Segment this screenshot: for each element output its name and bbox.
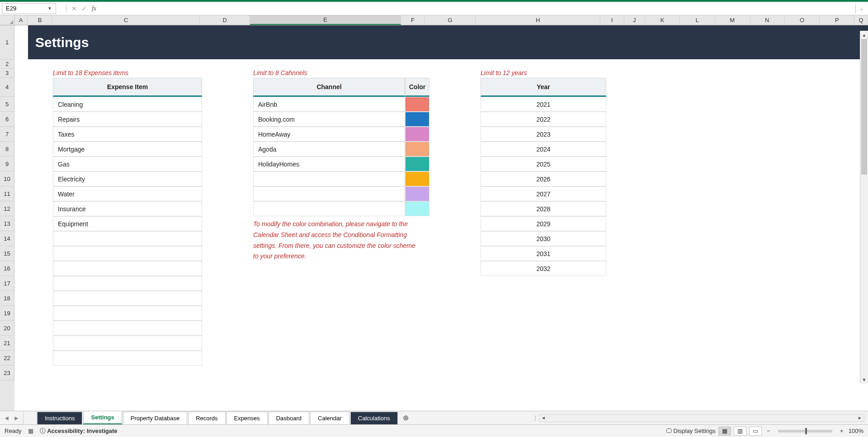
add-sheet-button[interactable]: ⊕ — [399, 411, 413, 424]
accessibility-status[interactable]: ⓘ Accessibility: Investigate — [40, 427, 118, 435]
sheet-tab-property-database[interactable]: Property Database — [123, 412, 187, 424]
row-header[interactable]: 23 — [0, 366, 14, 380]
vertical-scrollbar[interactable]: ▲ ▼ — [860, 31, 868, 384]
row-header[interactable]: 18 — [0, 291, 14, 306]
year-cell[interactable]: 2029 — [481, 216, 606, 231]
row-header[interactable]: 8 — [0, 142, 14, 157]
page-layout-view-button[interactable]: ▥ — [734, 427, 746, 436]
expense-cell[interactable] — [53, 261, 202, 276]
scroll-up-icon[interactable]: ▲ — [860, 31, 868, 39]
channel-cell[interactable]: AirBnb — [253, 97, 405, 112]
zoom-out-button[interactable]: − — [764, 428, 773, 434]
color-swatch[interactable] — [405, 171, 429, 186]
horizontal-scrollbar[interactable]: ◄ ► — [539, 414, 864, 422]
row-header[interactable]: 20 — [0, 321, 14, 336]
column-header[interactable]: N — [750, 15, 785, 25]
year-cell[interactable]: 2027 — [481, 186, 606, 201]
row-header[interactable]: 4 — [0, 78, 14, 97]
year-cell[interactable]: 2032 — [481, 261, 606, 276]
year-cell[interactable]: 2025 — [481, 157, 606, 171]
scroll-down-icon[interactable]: ▼ — [860, 375, 868, 384]
expense-cell[interactable] — [53, 276, 202, 291]
year-cell[interactable]: 2026 — [481, 171, 606, 186]
expense-cell[interactable] — [53, 351, 202, 366]
column-header[interactable]: C — [52, 15, 200, 25]
column-header[interactable]: M — [715, 15, 750, 25]
color-swatch[interactable] — [405, 201, 429, 216]
row-header[interactable]: 16 — [0, 261, 14, 276]
row-header[interactable]: 11 — [0, 186, 14, 201]
sheet-tab-calculations[interactable]: Calculations — [350, 412, 398, 424]
row-header[interactable]: 22 — [0, 351, 14, 366]
sheet-tab-settings[interactable]: Settings — [83, 411, 122, 424]
row-header[interactable]: 14 — [0, 231, 14, 246]
column-header[interactable]: D — [200, 15, 250, 25]
row-header[interactable]: 7 — [0, 127, 14, 142]
sheet-tab-calendar[interactable]: Calendar — [310, 412, 349, 424]
year-cell[interactable]: 2021 — [481, 97, 606, 112]
sheet-tab-dasboard[interactable]: Dasboard — [269, 412, 309, 424]
sheet-nav-arrows[interactable]: ◄ ► — [0, 411, 24, 424]
expense-cell[interactable]: Taxes — [53, 127, 202, 142]
row-header[interactable]: 21 — [0, 336, 14, 351]
sheet-tab-instructions[interactable]: Instructions — [37, 412, 82, 424]
page-break-view-button[interactable]: ▭ — [749, 427, 762, 436]
expense-cell[interactable]: Water — [53, 186, 202, 201]
chevron-down-icon[interactable]: ▼ — [47, 6, 52, 11]
expense-cell[interactable] — [53, 321, 202, 336]
expense-cell[interactable] — [53, 336, 202, 351]
column-header[interactable]: Q — [854, 15, 868, 25]
row-header[interactable]: 13 — [0, 216, 14, 231]
prev-sheet-icon[interactable]: ◄ — [4, 414, 10, 422]
row-header[interactable]: 5 — [0, 97, 14, 112]
row-header[interactable]: 6 — [0, 112, 14, 127]
cell-area[interactable]: Settings Limit to 18 Expenses items Limi… — [14, 25, 868, 411]
year-cell[interactable]: 2022 — [481, 112, 606, 127]
sheet-tab-expenses[interactable]: Expenses — [226, 412, 268, 424]
channel-cell[interactable]: Booking.com — [253, 112, 405, 127]
year-cell[interactable]: 2028 — [481, 201, 606, 216]
expense-cell[interactable] — [53, 291, 202, 306]
cancel-formula-icon[interactable]: ✕ — [69, 4, 79, 14]
confirm-formula-icon[interactable]: ✓ — [79, 4, 89, 14]
expense-cell[interactable] — [53, 231, 202, 246]
row-header[interactable]: 10 — [0, 171, 14, 186]
channel-cell[interactable]: HolidayHomes — [253, 157, 405, 171]
column-header[interactable]: J — [624, 15, 646, 25]
expense-cell[interactable] — [53, 246, 202, 261]
expense-cell[interactable]: Equipment — [53, 216, 202, 231]
row-header[interactable]: 1 — [0, 25, 14, 60]
row-header[interactable]: 19 — [0, 306, 14, 321]
color-swatch[interactable] — [405, 157, 429, 171]
zoom-slider[interactable] — [778, 430, 832, 432]
scroll-thumb[interactable] — [861, 39, 867, 175]
expense-cell[interactable]: Insurance — [53, 201, 202, 216]
name-box[interactable]: E29 ▼ — [2, 3, 56, 14]
year-cell[interactable]: 2030 — [481, 231, 606, 246]
scroll-right-icon[interactable]: ► — [856, 415, 864, 420]
normal-view-button[interactable]: ▦ — [718, 427, 731, 436]
row-header[interactable]: 17 — [0, 276, 14, 291]
color-swatch[interactable] — [405, 97, 429, 112]
column-header[interactable]: P — [820, 15, 854, 25]
column-header[interactable]: F — [401, 15, 425, 25]
zoom-value[interactable]: 100% — [849, 428, 863, 434]
select-all-button[interactable] — [0, 15, 14, 25]
year-cell[interactable]: 2024 — [481, 142, 606, 157]
expense-cell[interactable]: Cleaning — [53, 97, 202, 112]
column-header[interactable]: L — [680, 15, 715, 25]
display-settings-button[interactable]: 🖵 Display Settings — [666, 428, 716, 434]
sheet-tab-records[interactable]: Records — [188, 412, 225, 424]
row-header[interactable]: 15 — [0, 246, 14, 261]
channel-cell[interactable] — [253, 201, 405, 216]
row-header[interactable]: 3 — [0, 69, 14, 78]
year-cell[interactable]: 2023 — [481, 127, 606, 142]
formula-input[interactable] — [99, 4, 855, 14]
color-swatch[interactable] — [405, 142, 429, 157]
expense-cell[interactable]: Electricity — [53, 171, 202, 186]
column-header[interactable]: O — [785, 15, 820, 25]
expense-cell[interactable]: Mortgage — [53, 142, 202, 157]
column-header[interactable]: A — [14, 15, 28, 25]
expense-cell[interactable]: Repairs — [53, 112, 202, 127]
channel-cell[interactable] — [253, 186, 405, 201]
